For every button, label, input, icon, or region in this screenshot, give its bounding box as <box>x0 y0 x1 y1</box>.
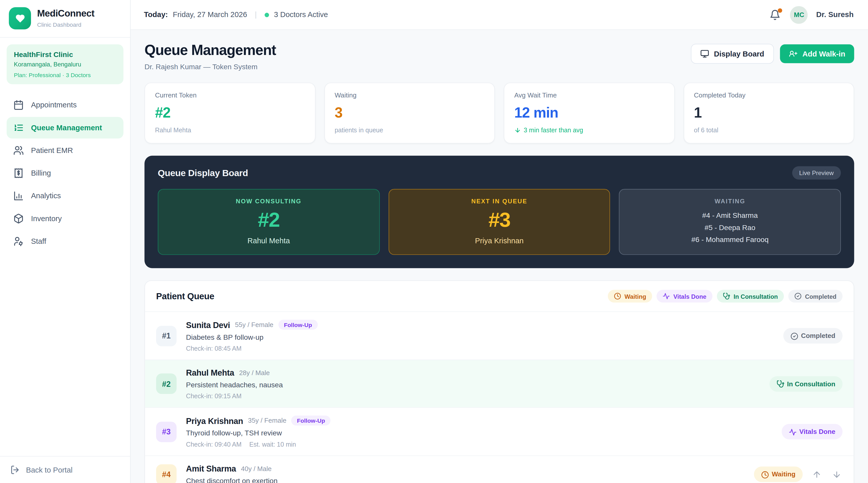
users-icon <box>13 145 24 155</box>
patient-meta: 28y / Male <box>239 369 270 376</box>
patient-name: Priya Krishnan <box>186 416 243 425</box>
list-ordered-icon <box>13 122 24 133</box>
package-icon <box>13 213 24 224</box>
sidebar-item-queue-management[interactable]: Queue Management <box>7 117 123 138</box>
move-up-button[interactable] <box>811 468 823 480</box>
stat-card-waiting: Waiting 3 patients in queue <box>324 82 495 144</box>
legend-completed: Completed <box>788 290 843 303</box>
monitor-icon <box>700 49 709 58</box>
panel-label: WAITING <box>627 198 833 204</box>
clock-icon <box>761 471 768 478</box>
notification-badge <box>778 8 782 12</box>
sidebar-item-analytics[interactable]: Analytics <box>7 185 123 207</box>
waiting-entry: #6 - Mohammed Farooq <box>627 234 833 246</box>
avatar[interactable]: MC <box>790 6 808 24</box>
patient-row[interactable]: #4 Amit Sharma 40y / Male Chest discomfo… <box>145 456 854 483</box>
clinic-card: HealthFirst Clinic Koramangala, Bengalur… <box>7 44 123 84</box>
topbar: Today: Friday, 27 March 2026 | 3 Doctors… <box>131 0 868 30</box>
patient-row[interactable]: #2 Rahul Mehta 28y / Male Persistent hea… <box>145 360 854 407</box>
patient-name: Sunita Devi <box>186 320 230 329</box>
check-circle-icon <box>790 332 798 339</box>
sidebar-item-inventory[interactable]: Inventory <box>7 208 123 229</box>
stat-value: 12 min <box>514 104 664 121</box>
doctors-active-label: 3 Doctors Active <box>274 10 328 19</box>
app-title: MediConnect <box>37 9 94 19</box>
legend-waiting: Waiting <box>608 290 652 303</box>
back-to-portal-link[interactable]: Back to Portal <box>10 465 120 475</box>
sidebar-header: MediConnect Clinic Dashboard <box>0 0 130 38</box>
est-wait: Est. wait: 10 min <box>249 441 296 448</box>
panel-patient-name: Priya Krishnan <box>397 237 602 245</box>
logout-icon <box>10 465 20 475</box>
today-date: Friday, 27 March 2026 <box>173 10 247 19</box>
sidebar-nav: Appointments Queue Management Patient EM… <box>0 91 130 255</box>
separator: | <box>255 10 257 19</box>
patient-meta: 40y / Male <box>241 465 272 472</box>
stat-sub: of 6 total <box>694 127 844 134</box>
sidebar-item-label: Inventory <box>31 215 62 223</box>
sidebar-item-label: Staff <box>31 237 46 246</box>
trend-down-icon <box>514 127 521 134</box>
sidebar-item-label: Analytics <box>31 192 61 200</box>
stethoscope-icon <box>776 380 783 387</box>
live-preview-badge: Live Preview <box>792 166 841 179</box>
followup-badge: Follow-Up <box>291 416 331 425</box>
patient-row[interactable]: #3 Priya Krishnan 35y / Female Follow-Up… <box>145 407 854 455</box>
sidebar-item-label: Queue Management <box>31 124 102 132</box>
stat-value: 1 <box>694 104 844 121</box>
status-badge-waiting: Waiting <box>754 466 803 482</box>
stat-value: 3 <box>335 104 484 121</box>
panel-token: #2 <box>166 208 371 232</box>
app-subtitle: Clinic Dashboard <box>37 21 94 27</box>
user-name: Dr. Suresh <box>816 10 854 19</box>
display-board-button[interactable]: Display Board <box>691 44 774 64</box>
app-window: MediConnect Clinic Dashboard HealthFirst… <box>0 0 868 483</box>
clock-icon <box>614 293 621 300</box>
followup-badge: Follow-Up <box>278 320 317 330</box>
active-status-dot <box>265 12 269 17</box>
patient-row[interactable]: #1 Sunita Devi 55y / Female Follow-Up Di… <box>145 311 854 360</box>
patient-queue-title: Patient Queue <box>156 291 214 301</box>
patient-name: Rahul Mehta <box>186 368 234 377</box>
bar-chart-icon <box>13 191 24 201</box>
patient-condition: Diabetes & BP follow-up <box>186 333 317 342</box>
clinic-name: HealthFirst Clinic <box>14 50 116 59</box>
panel-label: NEXT IN QUEUE <box>397 198 602 204</box>
panel-patient-name: Rahul Mehta <box>166 237 371 245</box>
sidebar-item-appointments[interactable]: Appointments <box>7 94 123 116</box>
stat-card-completed: Completed Today 1 of 6 total <box>683 82 854 144</box>
patient-name: Amit Sharma <box>186 464 236 473</box>
main-content: Queue Management Dr. Rajesh Kumar — Toke… <box>131 30 868 483</box>
sidebar-item-staff[interactable]: Staff <box>7 231 123 252</box>
stat-sub: Rahul Mehta <box>155 127 305 134</box>
stat-sub: patients in queue <box>335 127 484 134</box>
status-badge-in-consultation: In Consultation <box>769 376 843 391</box>
activity-icon <box>663 293 670 300</box>
patient-meta: 55y / Female <box>235 321 273 329</box>
stats-row: Current Token #2 Rahul Mehta Waiting 3 p… <box>145 82 854 144</box>
user-plus-icon <box>789 49 798 58</box>
stat-card-avg-wait: Avg Wait Time 12 min 3 min faster than a… <box>504 82 675 144</box>
status-badge-completed: Completed <box>783 328 843 344</box>
panel-token: #3 <box>397 208 602 232</box>
add-walkin-button[interactable]: Add Walk-in <box>780 44 854 63</box>
patient-queue-card: Patient Queue Waiting Vitals <box>145 280 854 483</box>
sidebar: MediConnect Clinic Dashboard HealthFirst… <box>0 0 131 483</box>
stat-label: Completed Today <box>694 91 844 99</box>
waiting-entry: #4 - Amit Sharma <box>627 209 833 222</box>
user-cog-icon <box>13 236 24 247</box>
token-badge: #1 <box>156 325 177 346</box>
next-in-queue-panel: NEXT IN QUEUE #3 Priya Krishnan <box>389 189 610 255</box>
patient-meta: 35y / Female <box>248 417 286 424</box>
legend-vitals-done: Vitals Done <box>657 290 712 303</box>
legend-in-consultation: In Consultation <box>717 290 784 303</box>
check-circle-icon <box>795 293 802 300</box>
notifications-button[interactable] <box>769 8 782 21</box>
back-to-portal-label: Back to Portal <box>26 466 72 474</box>
stethoscope-icon <box>723 293 730 300</box>
sidebar-item-patient-emr[interactable]: Patient EMR <box>7 140 123 161</box>
sidebar-item-label: Patient EMR <box>31 146 73 155</box>
sidebar-item-billing[interactable]: Billing <box>7 162 123 184</box>
stat-label: Avg Wait Time <box>514 91 664 99</box>
move-down-button[interactable] <box>831 468 843 480</box>
